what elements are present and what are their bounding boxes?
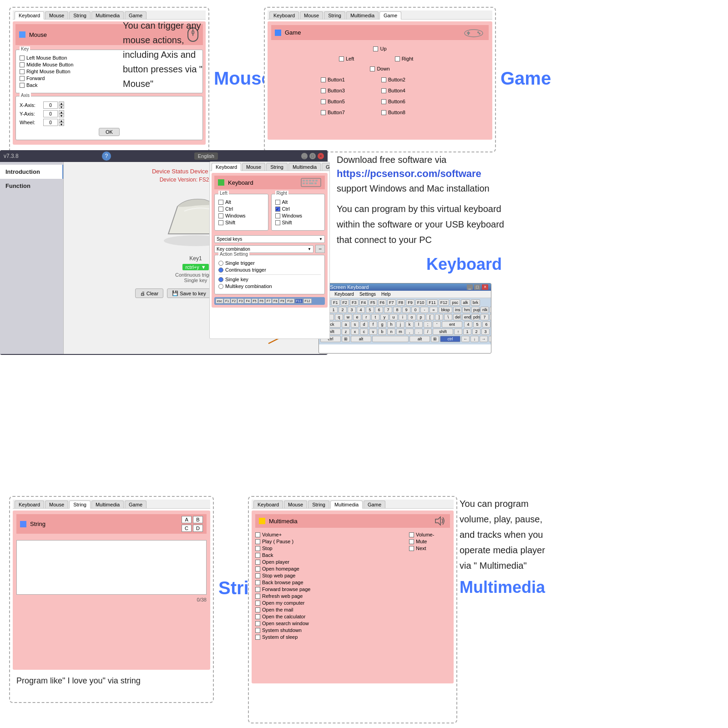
mouse-wheel-input[interactable] xyxy=(43,119,58,126)
key-combination-minus[interactable]: − xyxy=(315,245,325,253)
mouse-right-cb[interactable] xyxy=(20,69,25,74)
left-windows-cb[interactable] xyxy=(218,213,223,218)
osk-restore[interactable]: □ xyxy=(474,284,480,290)
mm-shutdown-cb[interactable] xyxy=(255,628,260,633)
mouse-forward-cb[interactable] xyxy=(20,76,25,81)
osk-up[interactable]: ↑ xyxy=(454,329,462,335)
right-ctrl-cb[interactable] xyxy=(275,207,280,212)
osk-shift-r[interactable]: shift xyxy=(433,329,453,335)
tab-keyboard-fn[interactable]: Keyboard xyxy=(212,163,241,171)
clear-button[interactable]: 🖨 Clear xyxy=(135,288,163,298)
tab-mouse-mm[interactable]: Mouse xyxy=(284,500,307,508)
osk-d[interactable]: d xyxy=(360,321,368,328)
osk-z[interactable]: z xyxy=(342,329,350,335)
osk-f12[interactable]: F12 xyxy=(439,299,450,306)
osk-nslash[interactable]: / xyxy=(490,307,491,313)
osk-v[interactable]: v xyxy=(369,329,377,335)
osk-backslash[interactable]: \ xyxy=(444,314,452,320)
osk-n0[interactable]: 0 xyxy=(489,336,491,342)
tab-game-fn[interactable]: Game xyxy=(322,163,330,171)
game-down-cb[interactable] xyxy=(370,66,375,71)
mouse-yaxis-input[interactable] xyxy=(43,110,58,117)
vk-f2[interactable]: F2 xyxy=(231,298,237,303)
osk-3[interactable]: 3 xyxy=(348,307,356,313)
osk-quote[interactable]: ' xyxy=(433,321,441,328)
osk-f[interactable]: f xyxy=(369,321,377,328)
tab-keyboard-mm[interactable]: Keyboard xyxy=(253,500,283,508)
vk-f10[interactable]: F10 xyxy=(286,298,294,303)
osk-ctrl-r[interactable]: ctrl xyxy=(440,336,460,342)
maximize-button[interactable]: □ xyxy=(309,153,316,159)
osk-ent[interactable]: ent xyxy=(442,321,462,328)
game-btn5-cb[interactable] xyxy=(321,99,326,104)
osk-menu-keyboard[interactable]: Keyboard xyxy=(334,292,354,297)
mm-open-search-cb[interactable] xyxy=(255,621,260,626)
mouse-middle-cb[interactable] xyxy=(20,62,25,67)
game-btn8-cb[interactable] xyxy=(381,110,386,115)
mouse-xaxis-up[interactable]: ▲ xyxy=(59,101,64,105)
vk-f4[interactable]: F4 xyxy=(244,298,251,303)
left-shift-cb[interactable] xyxy=(218,220,223,225)
tab-string-game[interactable]: String xyxy=(324,11,345,19)
osk-pdn[interactable]: pdn xyxy=(471,314,480,320)
osk-o[interactable]: o xyxy=(408,314,416,320)
tab-game-mm[interactable]: Game xyxy=(364,500,385,508)
tab-string-mouse[interactable]: String xyxy=(69,11,91,19)
game-right-cb[interactable] xyxy=(395,56,400,61)
mouse-yaxis-up[interactable]: ▲ xyxy=(59,110,64,114)
tab-string-mm[interactable]: String xyxy=(308,500,329,508)
mouse-back-cb[interactable] xyxy=(20,83,25,88)
vk-f5[interactable]: F5 xyxy=(252,298,258,303)
tab-game-game[interactable]: Game xyxy=(379,11,401,20)
osk-ins[interactable]: ins xyxy=(453,307,461,313)
tab-keyboard-game[interactable]: Keyboard xyxy=(269,11,299,19)
tab-keyboard-mouse[interactable]: Keyboard xyxy=(15,11,44,20)
string-btn-b[interactable]: B xyxy=(193,516,203,523)
mm-open-homepage-cb[interactable] xyxy=(255,566,260,571)
osk-space[interactable] xyxy=(372,336,409,342)
game-btn4-cb[interactable] xyxy=(381,88,386,93)
osk-brk[interactable]: brk xyxy=(471,299,480,306)
tab-mouse-mouse[interactable]: Mouse xyxy=(45,11,68,19)
osk-n8[interactable]: 8 xyxy=(490,314,491,320)
single-trigger-radio[interactable] xyxy=(218,261,223,266)
mouse-xaxis-input[interactable] xyxy=(43,101,58,109)
osk-f7[interactable]: F7 xyxy=(387,299,396,306)
osk-hm[interactable]: hm xyxy=(462,307,470,313)
sidebar-item-function[interactable]: Function xyxy=(0,179,63,193)
language-selector[interactable]: English xyxy=(194,152,218,160)
left-ctrl-cb[interactable] xyxy=(218,207,223,212)
osk-equals[interactable]: = xyxy=(430,307,438,313)
mm-back-browse-cb[interactable] xyxy=(255,580,260,585)
mouse-left-cb[interactable] xyxy=(20,56,25,61)
mm-next-cb[interactable] xyxy=(409,546,414,551)
osk-right[interactable]: → xyxy=(480,336,488,342)
osk-f11[interactable]: F11 xyxy=(427,299,438,306)
tab-multimedia-mouse[interactable]: Multimedia xyxy=(91,11,124,19)
osk-x[interactable]: x xyxy=(351,329,359,335)
osk-j[interactable]: j xyxy=(396,321,404,328)
left-alt-cb[interactable] xyxy=(218,200,223,205)
tab-keyboard-str[interactable]: Keyboard xyxy=(15,500,44,508)
right-alt-cb[interactable] xyxy=(275,200,280,205)
osk-win-r[interactable]: ⊞ xyxy=(431,336,439,342)
osk-n2[interactable]: 2 xyxy=(472,329,480,335)
osk-5[interactable]: 5 xyxy=(366,307,374,313)
game-btn2-cb[interactable] xyxy=(381,77,386,82)
osk-c[interactable]: c xyxy=(360,329,368,335)
mm-volume-minus-cb[interactable] xyxy=(409,532,414,537)
mouse-yaxis-down[interactable]: ▼ xyxy=(59,114,64,117)
mm-stop-web-cb[interactable] xyxy=(255,573,260,578)
osk-n3[interactable]: 3 xyxy=(481,329,490,335)
single-key-radio[interactable] xyxy=(218,277,223,282)
save-to-key-button[interactable]: 💾 Save to key xyxy=(167,288,211,298)
mm-volume-plus-cb[interactable] xyxy=(255,532,260,537)
osk-n1[interactable]: 1 xyxy=(463,329,471,335)
mm-refresh-cb[interactable] xyxy=(255,594,260,599)
sidebar-item-introduction[interactable]: Introduction xyxy=(0,165,63,179)
vk-f9[interactable]: F9 xyxy=(279,298,285,303)
tab-mouse-game[interactable]: Mouse xyxy=(300,11,323,19)
string-btn-a[interactable]: A xyxy=(182,516,192,523)
game-btn1-cb[interactable] xyxy=(321,77,326,82)
osk-w[interactable]: w xyxy=(344,314,352,320)
